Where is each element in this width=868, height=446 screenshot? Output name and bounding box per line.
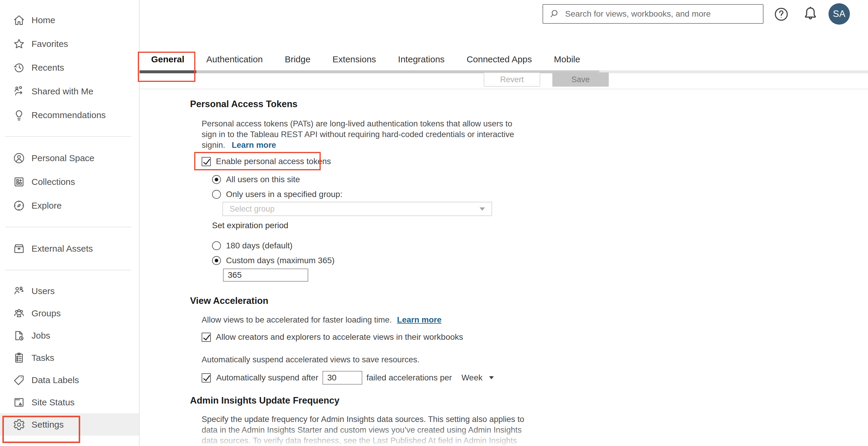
sidebar-item-explore[interactable]: Explore <box>0 194 139 217</box>
enable-pat-checkbox[interactable] <box>202 157 211 166</box>
enable-pat-label: Enable personal access tokens <box>216 157 331 166</box>
default-days-radio[interactable] <box>212 241 221 250</box>
sidebar-item-label: Groups <box>31 308 61 318</box>
chevron-down-icon <box>479 207 485 211</box>
suspend-suffix-label: failed accelerations per <box>367 373 452 382</box>
sidebar-item-recents[interactable]: Recents <box>0 56 139 79</box>
sidebar-item-home[interactable]: Home <box>0 8 139 32</box>
default-days-row: 180 days (default) <box>212 241 292 250</box>
specified-group-radio[interactable] <box>212 190 221 199</box>
sidebar-item-favorites[interactable]: Favorites <box>0 32 139 56</box>
pat-learn-more-link[interactable]: Learn more <box>231 140 276 149</box>
sidebar-item-collections[interactable]: Collections <box>0 170 139 194</box>
shared-icon <box>12 85 26 98</box>
compass-icon <box>12 199 26 212</box>
sidebar-item-recommendations[interactable]: Recommendations <box>0 103 139 127</box>
settings-tabbar: General Authentication Bridge Extensions… <box>140 50 591 69</box>
sidebar-item-tasks[interactable]: Tasks <box>0 347 139 369</box>
group-select-placeholder: Select group <box>229 204 275 214</box>
view-acceleration-description: Allow views to be accelerated for faster… <box>202 314 441 325</box>
allow-acceleration-row: Allow creators and explorers to accelera… <box>202 332 463 342</box>
revert-button[interactable]: Revert <box>484 72 540 87</box>
sidebar-divider <box>5 136 131 137</box>
all-users-radio[interactable] <box>212 175 221 184</box>
sidebar-item-label: Shared with Me <box>31 87 93 97</box>
group-select[interactable]: Select group <box>222 202 492 216</box>
allow-acceleration-label: Allow creators and explorers to accelera… <box>216 332 463 342</box>
tab-integrations[interactable]: Integrations <box>387 54 456 64</box>
custom-days-row: Custom days (maximum 365) <box>212 256 335 265</box>
auto-suspend-checkbox[interactable] <box>202 373 211 382</box>
sidebar-item-data-labels[interactable]: Data Labels <box>0 369 139 391</box>
tab-extensions[interactable]: Extensions <box>321 54 387 64</box>
site-status-icon <box>12 396 26 409</box>
person-circle-icon <box>12 151 26 165</box>
search-box[interactable] <box>542 4 764 24</box>
sidebar-item-label: Home <box>31 15 55 25</box>
tab-general[interactable]: General <box>140 54 195 64</box>
active-tab-underline <box>140 70 196 73</box>
sidebar-item-label: Personal Space <box>31 153 94 163</box>
history-icon <box>12 61 26 74</box>
sidebar-item-users[interactable]: Users <box>0 280 139 302</box>
home-icon <box>12 14 26 27</box>
default-days-label: 180 days (default) <box>226 241 292 250</box>
sidebar-item-label: Recents <box>31 63 64 73</box>
tasks-icon <box>12 351 26 365</box>
avatar[interactable]: SA <box>829 3 850 25</box>
sidebar-item-label: Recommendations <box>31 110 106 120</box>
search-input[interactable] <box>565 9 757 19</box>
pat-section-title: Personal Access Tokens <box>190 99 298 109</box>
allow-acceleration-checkbox[interactable] <box>202 333 211 342</box>
sidebar-item-jobs[interactable]: Jobs <box>0 324 139 347</box>
custom-days-label: Custom days (maximum 365) <box>226 256 335 265</box>
suspend-period-select[interactable]: Week <box>462 373 483 382</box>
tab-connected-apps[interactable]: Connected Apps <box>456 54 543 64</box>
sidebar-item-site-status[interactable]: Site Status <box>0 391 139 413</box>
groups-icon <box>12 307 26 320</box>
sidebar-item-settings[interactable]: Settings <box>0 413 139 436</box>
sidebar-item-label: External Assets <box>31 244 93 254</box>
tableau-settings-page: Home Favorites Recents Shared with Me <box>0 0 868 446</box>
auto-suspend-row: Automatically suspend after failed accel… <box>202 371 494 385</box>
bell-icon[interactable] <box>801 5 819 23</box>
view-acceleration-learn-more-link[interactable]: Learn more <box>397 315 441 324</box>
suspend-count-input[interactable] <box>322 371 362 385</box>
sidebar-nav: Home Favorites Recents Shared with Me <box>0 0 139 436</box>
auto-suspend-label: Automatically suspend after <box>216 373 318 382</box>
sidebar-divider <box>5 227 131 227</box>
tab-authentication[interactable]: Authentication <box>195 54 274 64</box>
enable-pat-row: Enable personal access tokens <box>202 157 331 166</box>
chevron-down-icon[interactable] <box>489 376 494 379</box>
toolbar-divider <box>140 89 868 89</box>
search-icon <box>549 8 560 20</box>
all-users-row: All users on this site <box>212 175 300 184</box>
tab-mobile[interactable]: Mobile <box>543 54 591 64</box>
custom-days-radio[interactable] <box>212 256 221 265</box>
sidebar-item-label: Jobs <box>31 331 50 341</box>
lightbulb-icon <box>12 109 26 122</box>
sidebar: Home Favorites Recents Shared with Me <box>0 0 140 446</box>
expiration-label: Set expiration period <box>212 221 288 230</box>
all-users-label: All users on this site <box>226 175 300 184</box>
sidebar-item-label: Tasks <box>31 353 54 363</box>
sidebar-item-external-assets[interactable]: External Assets <box>0 237 139 261</box>
sidebar-item-label: Favorites <box>31 39 68 49</box>
star-icon <box>12 37 26 50</box>
drawer-icon <box>12 242 26 255</box>
sidebar-item-label: Users <box>31 286 55 296</box>
sidebar-item-groups[interactable]: Groups <box>0 302 139 324</box>
custom-days-input[interactable] <box>223 269 308 282</box>
collections-icon <box>12 175 26 188</box>
gear-icon <box>12 418 26 431</box>
save-button[interactable]: Save <box>552 72 609 87</box>
specified-group-row: Only users in a specified group: <box>212 190 342 199</box>
users-icon <box>12 284 26 298</box>
admin-insights-title: Admin Insights Update Frequency <box>190 395 339 406</box>
help-circle-icon[interactable] <box>773 6 790 23</box>
sidebar-item-label: Explore <box>31 201 62 211</box>
sidebar-item-label: Settings <box>31 420 64 430</box>
tab-bridge[interactable]: Bridge <box>274 54 321 64</box>
sidebar-item-shared-with-me[interactable]: Shared with Me <box>0 79 139 103</box>
sidebar-item-personal-space[interactable]: Personal Space <box>0 146 139 170</box>
